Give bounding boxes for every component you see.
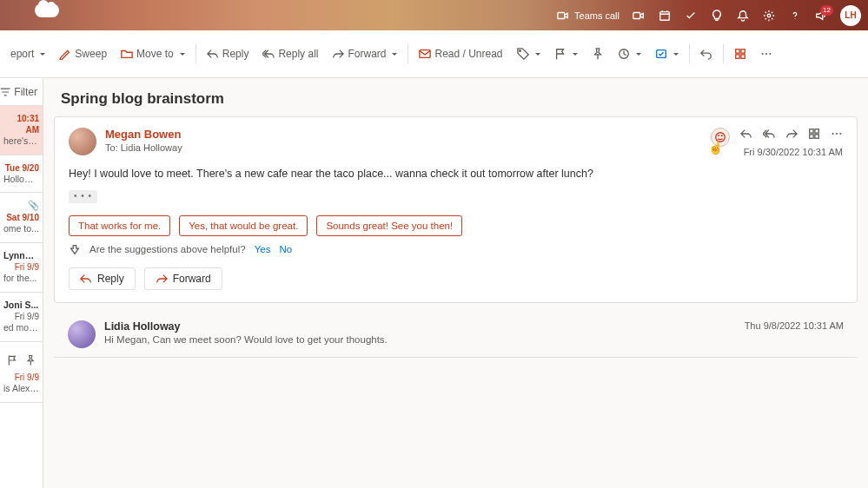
message-list: Filter 10:31 AM here's a ... Tue 9/20 Ho… xyxy=(0,78,43,488)
forward-icon xyxy=(156,273,168,285)
svg-rect-1 xyxy=(633,12,640,18)
suggested-reply[interactable]: Yes, that would be great. xyxy=(179,215,308,236)
sweep-button[interactable]: Sweep xyxy=(54,44,112,63)
list-item[interactable]: Joni S... Fri 9/9 ed mov... xyxy=(0,293,43,342)
feedback-yes[interactable]: Yes xyxy=(255,244,271,254)
suggested-reply[interactable]: That works for me. xyxy=(69,215,170,236)
lightbulb-icon[interactable] xyxy=(710,9,724,23)
decor-cloud xyxy=(35,3,59,17)
svg-rect-11 xyxy=(740,55,744,58)
user-avatar[interactable]: LH xyxy=(840,5,861,26)
move-button[interactable]: Move to xyxy=(116,44,190,63)
notifications-icon[interactable] xyxy=(736,9,750,23)
svg-rect-2 xyxy=(660,11,670,20)
cursor-icon: ☝ xyxy=(708,141,723,155)
feedback-row: Are the suggestions above helpful? Yes N… xyxy=(69,243,843,255)
reply-button[interactable]: Reply xyxy=(202,44,255,63)
immersive-reader-button[interactable] xyxy=(729,44,752,63)
svg-rect-0 xyxy=(558,12,565,18)
todo-app-icon[interactable] xyxy=(684,9,698,23)
forward-button[interactable]: Forward xyxy=(327,44,402,63)
quick-steps-icon xyxy=(655,48,667,60)
more-icon xyxy=(760,48,772,60)
feedback-question: Are the suggestions above helpful? xyxy=(89,244,246,254)
prev-snippet: Hi Megan, Can we meet soon? Would love t… xyxy=(104,334,388,345)
list-item[interactable]: Fri 9/9 is Alex I... xyxy=(0,342,43,403)
sender-name: Megan Bowen xyxy=(105,128,182,141)
announcements-icon[interactable]: 12 xyxy=(814,9,828,23)
svg-point-24 xyxy=(839,133,841,135)
forward-button[interactable]: Forward xyxy=(144,267,222,290)
suggested-replies: That works for me. Yes, that would be gr… xyxy=(69,215,843,236)
prev-date: Thu 9/8/2022 10:31 AM xyxy=(745,320,844,331)
svg-rect-21 xyxy=(815,135,818,138)
ribbon-toolbar: eport Sweep Move to Reply Reply all Forw… xyxy=(0,30,868,78)
tag-icon xyxy=(517,48,529,60)
read-unread-button[interactable]: Read / Unread xyxy=(414,44,507,63)
message-card: Megan Bowen To: Lidia Holloway ☝ Fri 9/3… xyxy=(54,116,858,303)
tag-button[interactable] xyxy=(512,44,546,63)
teams-call-label: Teams call xyxy=(574,10,620,21)
reading-pane: Spring blog brainstorm Megan Bowen To: L… xyxy=(43,78,868,488)
svg-rect-10 xyxy=(735,55,739,58)
feedback-no[interactable]: No xyxy=(279,244,292,254)
svg-rect-9 xyxy=(740,49,744,53)
flag-icon xyxy=(7,354,18,366)
svg-rect-18 xyxy=(810,129,813,133)
clock-icon xyxy=(618,48,630,60)
snooze-button[interactable] xyxy=(613,44,646,63)
pin-icon xyxy=(25,354,36,366)
svg-point-13 xyxy=(765,53,766,55)
svg-point-3 xyxy=(767,14,771,17)
feedback-icon xyxy=(69,243,81,255)
expand-quoted-button[interactable]: • • • xyxy=(69,190,97,203)
svg-point-22 xyxy=(832,133,834,135)
pin-icon xyxy=(592,48,604,60)
svg-point-16 xyxy=(719,135,719,136)
calendar-app-icon[interactable] xyxy=(658,9,672,23)
more-icon[interactable] xyxy=(831,128,843,140)
filter-button[interactable]: Filter xyxy=(0,78,43,106)
filter-icon xyxy=(0,86,10,98)
svg-rect-4 xyxy=(420,50,430,58)
list-item[interactable]: Tue 9/20 Holloway... xyxy=(0,155,43,194)
report-button[interactable]: eport xyxy=(5,44,50,63)
app-title-bar: Teams call 12 LH xyxy=(0,0,868,30)
suggested-reply[interactable]: Sounds great! See you then! xyxy=(316,215,462,236)
help-icon[interactable] xyxy=(788,9,802,23)
reply-icon xyxy=(207,48,219,60)
quick-steps-button[interactable] xyxy=(650,44,684,63)
message-body: Hey! I would love to meet. There's a new… xyxy=(69,168,843,180)
settings-icon[interactable] xyxy=(762,9,776,23)
prev-sender: Lidia Holloway xyxy=(104,320,388,333)
reply-icon[interactable] xyxy=(740,128,752,140)
collapsed-message[interactable]: Lidia Holloway Hi Megan, Can we meet soo… xyxy=(54,312,858,358)
meet-now-icon[interactable] xyxy=(632,9,646,23)
sender-avatar xyxy=(68,320,96,348)
list-item[interactable]: Lynne ... Fri 9/9 for the... xyxy=(0,243,43,293)
svg-rect-20 xyxy=(810,135,813,138)
forward-icon[interactable] xyxy=(785,128,798,140)
mail-icon xyxy=(419,48,431,60)
reply-all-icon[interactable] xyxy=(763,128,775,140)
flag-icon xyxy=(554,48,567,60)
thread-subject: Spring blog brainstorm xyxy=(43,78,868,116)
apps-icon[interactable] xyxy=(808,128,820,140)
react-button[interactable]: ☝ xyxy=(711,128,730,147)
svg-rect-8 xyxy=(735,49,739,53)
undo-button[interactable] xyxy=(695,44,718,63)
flag-button[interactable] xyxy=(549,44,583,63)
more-button[interactable] xyxy=(755,44,778,63)
reply-all-icon xyxy=(262,48,275,60)
svg-point-14 xyxy=(769,53,771,55)
list-item[interactable]: 📎 Sat 9/10 ome to... xyxy=(0,193,43,242)
reply-all-button[interactable]: Reply all xyxy=(257,44,323,63)
teams-call-button[interactable]: Teams call xyxy=(557,10,620,22)
list-item[interactable]: 10:31 AM here's a ... xyxy=(0,106,43,155)
forward-icon xyxy=(332,48,344,60)
reply-button[interactable]: Reply xyxy=(69,267,136,290)
folder-move-icon xyxy=(121,48,133,60)
svg-point-12 xyxy=(761,53,763,55)
sender-avatar[interactable] xyxy=(69,128,96,155)
pin-button[interactable] xyxy=(586,44,609,63)
